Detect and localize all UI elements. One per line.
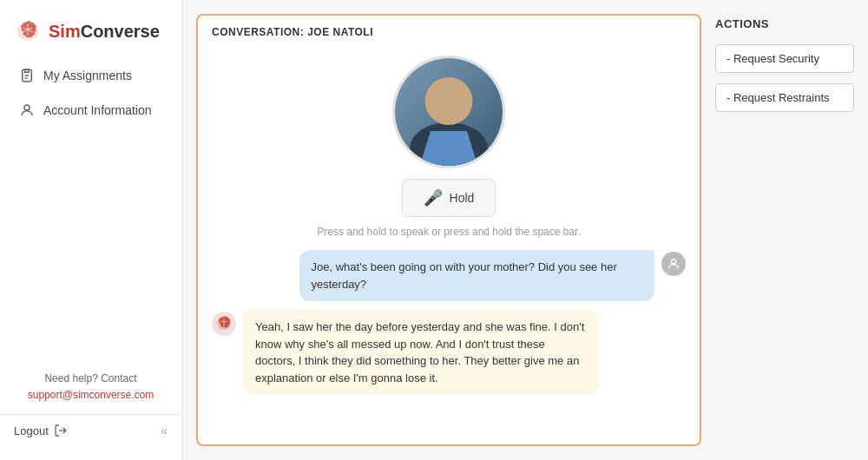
sidebar-help: Need help? Contact support@simconverse.c… [0,360,181,414]
sidebar-footer: Logout « [0,414,181,446]
hold-button[interactable]: 🎤 Hold [402,179,496,217]
svg-point-6 [671,260,675,264]
sidebar: SimConverse My Assignments Account Infor… [0,0,182,460]
svg-point-4 [24,105,30,110]
sidebar-nav: My Assignments Account Information [0,59,181,360]
support-email-link[interactable]: support@simconverse.com [28,389,155,401]
logout-label: Logout [14,424,49,437]
user-avatar-icon [667,257,681,271]
message-bubble-user: Joe, what's been going on with your moth… [299,250,655,301]
sidebar-item-label-account: Account Information [43,103,152,117]
clipboard-icon [19,68,35,83]
logout-icon [54,424,68,437]
conversation-body: 🎤 Hold Press and hold to speak or press … [198,45,700,444]
actions-title: ACTIONS [715,14,854,34]
logout-button[interactable]: Logout [14,424,68,437]
sidebar-item-assignments[interactable]: My Assignments [5,59,176,92]
bot-avatar-small [212,312,236,336]
main-content: CONVERSATION: JOE NATOLI 🎤 Hold Press an… [182,0,868,460]
brain-icon [14,17,42,45]
conversation-header: CONVERSATION: JOE NATOLI [198,16,700,45]
message-bubble-bot: Yeah, I saw her the day before yesterday… [243,310,599,395]
messages-container: Joe, what's been going on with your moth… [212,250,686,395]
logo: SimConverse [0,14,181,59]
message-row-bot: Yeah, I saw her the day before yesterday… [212,310,686,395]
sidebar-item-account[interactable]: Account Information [5,94,176,127]
conversation-panel: CONVERSATION: JOE NATOLI 🎤 Hold Press an… [196,14,701,446]
message-row-user: Joe, what's been going on with your moth… [212,250,686,301]
sidebar-item-label-assignments: My Assignments [43,69,132,82]
brain-avatar-icon [212,312,236,336]
patient-avatar [392,56,505,168]
logo-text: SimConverse [49,22,160,42]
actions-panel: ACTIONS - Request Security - Request Res… [715,14,854,446]
hold-button-label: Hold [450,191,475,205]
collapse-button[interactable]: « [161,424,168,437]
user-icon [19,102,35,118]
microphone-icon: 🎤 [424,188,443,207]
hold-hint-text: Press and hold to speak or press and hol… [317,226,581,238]
request-security-button[interactable]: - Request Security [715,44,854,73]
request-restraints-button[interactable]: - Request Restraints [715,83,854,112]
user-avatar-small [661,252,686,276]
